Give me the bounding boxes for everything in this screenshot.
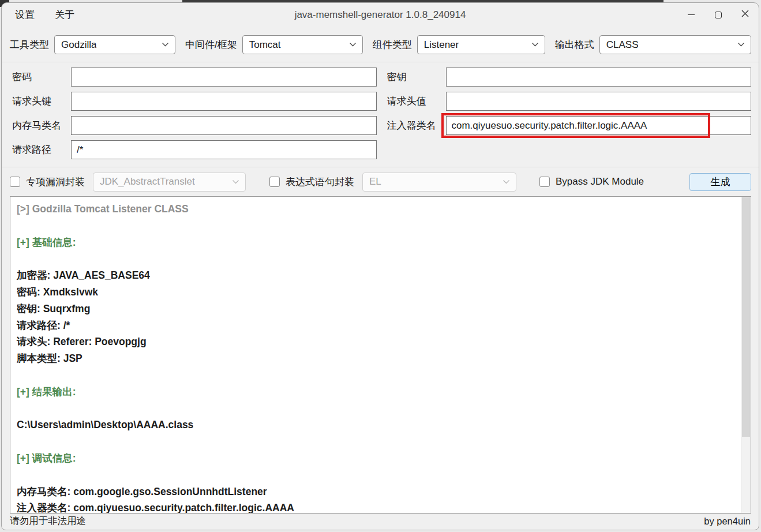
secret-key-input[interactable] <box>446 68 752 87</box>
memshell-class-label: 内存马类名 <box>10 119 71 132</box>
menu-bar: 设置 关于 <box>14 7 76 23</box>
console-line: 注入器类名: com.qiyuesuo.security.patch.filte… <box>17 500 738 513</box>
minimize-icon <box>688 14 695 15</box>
console-line: 密钥: Suqrxfmg <box>17 301 738 317</box>
separator <box>2 62 759 62</box>
header-key-input[interactable] <box>71 92 377 111</box>
component-type-label: 组件类型 <box>373 38 412 51</box>
console-line: 请求头: Referer: Poevopgjg <box>17 334 738 350</box>
chevron-down-icon <box>503 179 510 185</box>
expr-wrap-select: EL <box>362 173 516 192</box>
close-icon <box>741 9 749 20</box>
console-line: [+] 基础信息: <box>17 234 738 251</box>
output-format-value: CLASS <box>606 39 639 51</box>
memshell-class-row: 内存马类名 <box>10 116 377 135</box>
header-key-row: 请求头键 <box>10 92 377 111</box>
menu-about[interactable]: 关于 <box>54 7 76 23</box>
form-area: 密码 请求头键 内存马类名 请求路径 密钥 请求头值 <box>10 68 751 159</box>
header-value-label: 请求头值 <box>385 95 446 108</box>
console-line <box>17 218 738 234</box>
console-line <box>17 250 738 267</box>
separator <box>2 167 759 167</box>
output-format-label: 输出格式 <box>555 38 594 51</box>
expr-wrap-checkbox[interactable] <box>269 177 280 187</box>
tool-type-select[interactable]: Godzilla <box>54 35 175 54</box>
chevron-down-icon <box>531 42 539 47</box>
chevron-down-icon <box>349 42 357 47</box>
spacer-row <box>385 140 752 159</box>
request-path-input[interactable] <box>71 140 377 159</box>
form-right-column: 密钥 请求头值 注入器类名 <box>385 68 752 159</box>
scrollbar-thumb[interactable] <box>742 197 750 437</box>
bypass-jdk-checkbox-group: Bypass JDK Module <box>539 176 644 188</box>
vuln-wrap-value: JDK_AbstractTranslet <box>100 176 195 188</box>
status-bar: 请勿用于非法用途 by pen4uin <box>2 514 759 530</box>
console-line <box>17 467 738 484</box>
console-line: C:\Users\admin\Desktop\AAAA.class <box>17 417 738 433</box>
console-line: 请求路径: /* <box>17 317 738 334</box>
expr-wrap-value: EL <box>369 176 381 188</box>
generate-button[interactable]: 生成 <box>689 173 751 191</box>
expr-wrap-label: 表达式语句封装 <box>286 175 354 189</box>
bypass-jdk-label: Bypass JDK Module <box>556 176 644 188</box>
app-window: java-memshell-generator 1.0.8_240914 设置 … <box>1 2 759 530</box>
console-line <box>17 433 738 450</box>
console-line: 内存马类名: com.google.gso.SessionUnnhdtListe… <box>17 484 738 500</box>
injector-class-label: 注入器类名 <box>385 119 446 132</box>
toolbar-row: 工具类型 Godzilla 中间件/框架 Tomcat 组件类型 Listene… <box>10 35 751 54</box>
header-key-label: 请求头键 <box>10 95 71 108</box>
tool-type-value: Godzilla <box>61 39 96 51</box>
console-line: 脚本类型: JSP <box>17 350 738 367</box>
status-warning-text: 请勿用于非法用途 <box>10 515 86 527</box>
console-line: [+] 结果输出: <box>17 384 738 400</box>
password-input[interactable] <box>71 68 377 87</box>
console-line: 密码: Xmdkslvwk <box>17 284 738 301</box>
console-output[interactable]: [>] Godzilla Tomcat Listener CLASS [+] 基… <box>10 197 740 513</box>
status-author-text: by pen4uin <box>704 516 751 527</box>
console-line <box>17 400 738 417</box>
middleware-select[interactable]: Tomcat <box>242 35 363 54</box>
expr-wrap-checkbox-group: 表达式语句封装 <box>269 175 354 189</box>
memshell-class-input[interactable] <box>71 116 377 135</box>
component-type-value: Listener <box>424 39 459 51</box>
vuln-wrap-select: JDK_AbstractTranslet <box>93 173 246 192</box>
maximize-icon <box>715 12 722 18</box>
minimize-button[interactable] <box>677 3 704 27</box>
injector-class-input[interactable] <box>446 116 752 135</box>
password-row: 密码 <box>10 68 377 87</box>
request-path-label: 请求路径 <box>10 143 71 156</box>
tool-type-label: 工具类型 <box>10 38 49 51</box>
console-scrollbar[interactable] <box>741 197 751 513</box>
close-button[interactable] <box>732 3 759 27</box>
request-path-row: 请求路径 <box>10 140 377 159</box>
options-row: 专项漏洞封装 JDK_AbstractTranslet 表达式语句封装 EL B… <box>10 173 751 191</box>
header-value-row: 请求头值 <box>385 92 752 111</box>
maximize-button[interactable] <box>704 3 732 27</box>
console-panel: [>] Godzilla Tomcat Listener CLASS [+] 基… <box>10 196 751 514</box>
vuln-wrap-label: 专项漏洞封装 <box>26 175 85 189</box>
chevron-down-icon <box>232 179 239 185</box>
window-title: java-memshell-generator 1.0.8_240914 <box>2 9 759 21</box>
header-value-input[interactable] <box>446 92 752 111</box>
middleware-label: 中间件/框架 <box>185 38 237 51</box>
secret-key-row: 密钥 <box>385 68 752 87</box>
secret-key-label: 密钥 <box>385 70 446 84</box>
console-line: [>] Godzilla Tomcat Listener CLASS <box>17 201 738 218</box>
vuln-wrap-checkbox-group: 专项漏洞封装 <box>10 175 85 189</box>
output-format-select[interactable]: CLASS <box>599 35 751 54</box>
password-label: 密码 <box>10 70 71 84</box>
middleware-value: Tomcat <box>249 39 281 51</box>
chevron-down-icon <box>162 42 169 47</box>
form-left-column: 密码 请求头键 内存马类名 请求路径 <box>10 68 377 159</box>
injector-class-row: 注入器类名 <box>385 116 752 135</box>
window-controls <box>677 3 759 27</box>
chevron-down-icon <box>737 42 745 47</box>
component-type-select[interactable]: Listener <box>417 35 545 54</box>
vuln-wrap-checkbox[interactable] <box>10 177 20 187</box>
console-line: [+] 调试信息: <box>17 450 738 467</box>
console-line <box>17 367 738 384</box>
menu-settings[interactable]: 设置 <box>14 7 36 23</box>
console-line: 加密器: JAVA_AES_BASE64 <box>17 267 738 284</box>
title-bar: java-memshell-generator 1.0.8_240914 设置 … <box>2 3 759 27</box>
bypass-jdk-checkbox[interactable] <box>539 177 550 187</box>
